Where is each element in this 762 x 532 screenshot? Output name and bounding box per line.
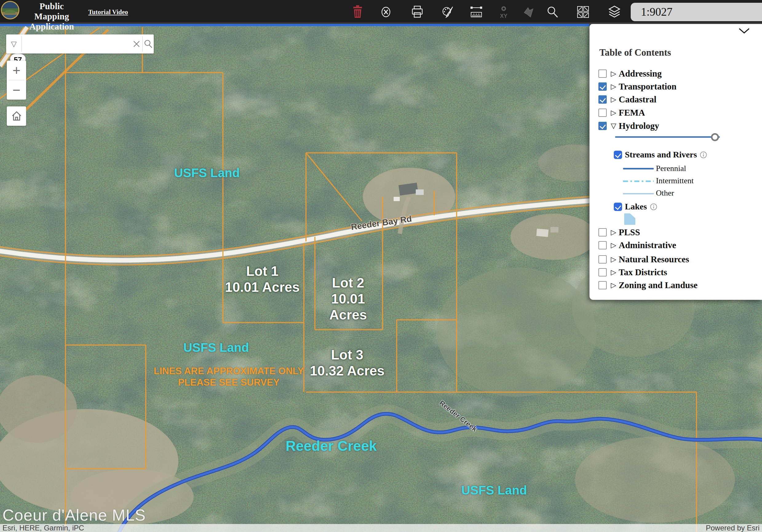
panel-collapse-button[interactable] (737, 26, 751, 36)
close-icon (132, 40, 140, 48)
layer-label: Administrative (619, 240, 676, 250)
legend-label: Intermittent (656, 176, 694, 186)
legend-swatch-other (623, 193, 654, 194)
layer-checkbox[interactable] (598, 281, 607, 289)
sublayer-label: Lakes (625, 202, 647, 211)
layer-checkbox[interactable] (598, 255, 607, 264)
tutorial-video-link[interactable]: Tutorial Video (88, 8, 128, 16)
map-top-border (0, 24, 589, 26)
expand-arrow-icon[interactable]: ▷ (609, 255, 618, 264)
layer-label: PLSS (619, 227, 640, 237)
app-title: Public MappingApplication (24, 1, 79, 32)
legend-swatch-intermittent (623, 181, 654, 182)
expand-arrow-icon[interactable]: ▷ (609, 82, 618, 91)
layer-label: Hydrology (619, 121, 659, 131)
search-clear-button[interactable] (131, 35, 142, 53)
sublayer-row-streams: Streams and Rivers (614, 150, 707, 160)
collapse-arrow-icon[interactable]: ▽ (609, 122, 618, 130)
chevron-down-icon (738, 27, 750, 34)
measure-icon[interactable] (469, 4, 484, 20)
layer-row-plss: ▷ PLSS (598, 227, 640, 237)
magnifier-icon (144, 39, 153, 48)
layer-checkbox[interactable] (598, 95, 607, 104)
transparency-slider-track[interactable] (615, 136, 720, 138)
sublayer-label: Streams and Rivers (625, 150, 697, 160)
chevron-down-icon: ▽ (11, 40, 17, 48)
scale-input[interactable]: 1:9027 (631, 3, 762, 21)
layer-checkbox[interactable] (598, 109, 607, 117)
info-icon[interactable] (700, 151, 707, 158)
home-button[interactable] (7, 107, 26, 126)
layer-checkbox[interactable] (598, 122, 607, 130)
layers-icon[interactable] (607, 4, 622, 20)
print-icon[interactable] (410, 4, 425, 20)
table-of-contents-panel: Table of Contents ▷ Addressing ▷ Transpo… (589, 24, 762, 300)
layer-row-hydrology: ▽ Hydrology (598, 121, 659, 131)
extent-arrows-icon[interactable] (521, 4, 536, 20)
layer-label: Addressing (619, 69, 662, 79)
zoom-out-button[interactable]: − (7, 80, 26, 100)
layer-checkbox[interactable] (598, 268, 607, 276)
search-input[interactable] (22, 35, 131, 53)
layer-row-addressing: ▷ Addressing (598, 69, 662, 78)
layer-label: Cadastral (619, 94, 656, 105)
basemap-gallery-icon[interactable] (575, 4, 591, 20)
sublayer-row-lakes: Lakes (614, 202, 657, 211)
layer-label: Tax Districts (619, 267, 667, 277)
layer-row-tax-districts: ▷ Tax Districts (598, 267, 667, 277)
layer-row-administrative: ▷ Administrative (598, 240, 676, 250)
zoom-control: + − (7, 61, 26, 100)
expand-arrow-icon[interactable]: ▷ (609, 69, 618, 78)
layer-checkbox[interactable] (598, 69, 607, 78)
layer-row-transportation: ▷ Transportation (598, 82, 676, 91)
layer-checkbox[interactable] (598, 241, 607, 249)
legend-swatch-lakes (624, 213, 635, 225)
layer-row-zoning-landuse: ▷ Zoning and Landuse (598, 280, 697, 290)
county-logo (1, 1, 19, 19)
search-submit-button[interactable] (142, 35, 154, 53)
sublayer-checkbox[interactable] (614, 203, 622, 211)
layer-row-fema: ▷ FEMA (598, 108, 645, 117)
expand-arrow-icon[interactable]: ▷ (609, 268, 618, 276)
close-circle-icon[interactable] (378, 4, 394, 20)
transparency-slider-handle[interactable] (711, 133, 719, 141)
zoom-in-button[interactable]: + (7, 61, 26, 80)
watermark: Coeur d'Alene MLS (2, 506, 146, 524)
layer-checkbox[interactable] (598, 82, 607, 91)
legend-swatch-perennial (623, 168, 654, 170)
layer-label: FEMA (619, 108, 645, 118)
powered-by-esri: Powered by Esri (706, 524, 760, 532)
app-window: USFS Land USFS Land USFS Land Reeder Cre… (0, 0, 762, 532)
draw-palette-icon[interactable] (440, 4, 455, 20)
expand-arrow-icon[interactable]: ▷ (609, 241, 618, 249)
expand-arrow-icon[interactable]: ▷ (609, 228, 618, 237)
home-icon (11, 110, 23, 122)
expand-arrow-icon[interactable]: ▷ (609, 95, 618, 104)
expand-arrow-icon[interactable]: ▷ (609, 109, 618, 117)
attribution-bar: Esri, HERE, Garmin, iPC Powered by Esri (0, 524, 762, 532)
layer-row-natural-resources: ▷ Natural Resources (598, 254, 689, 264)
svg-text:XY: XY (500, 13, 507, 19)
legend-label: Perennial (656, 164, 686, 173)
layer-row-cadastral: ▷ Cadastral (598, 94, 656, 104)
legend-label: Other (656, 189, 674, 198)
app-header: Public MappingApplication Tutorial Video (0, 0, 762, 24)
delete-graphics-icon[interactable] (350, 4, 365, 20)
search-widget: ▽ (6, 35, 154, 53)
layer-label: Natural Resources (619, 254, 689, 265)
panel-title: Table of Contents (599, 47, 671, 58)
layer-label: Zoning and Landuse (619, 280, 697, 290)
sublayer-checkbox[interactable] (614, 151, 622, 159)
expand-arrow-icon[interactable]: ▷ (609, 281, 618, 289)
layer-label: Transportation (619, 82, 676, 92)
search-source-dropdown[interactable]: ▽ (6, 35, 22, 53)
search-icon[interactable] (545, 4, 560, 20)
info-icon[interactable] (650, 203, 657, 210)
xy-coordinates-icon[interactable]: XY (496, 4, 511, 20)
layer-checkbox[interactable] (598, 228, 607, 237)
attribution-sources: Esri, HERE, Garmin, iPC (2, 524, 84, 532)
